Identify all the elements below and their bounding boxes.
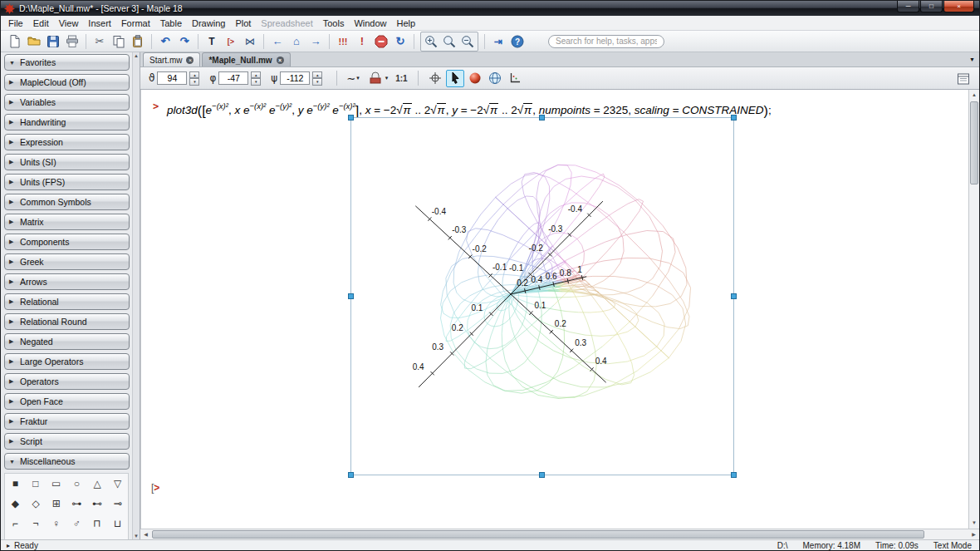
misc-symbol[interactable]: ⊶ [66, 494, 87, 514]
scroll-down-icon[interactable]: ▼ [134, 534, 139, 539]
selection-handle[interactable] [539, 115, 545, 121]
open-file-icon[interactable] [25, 32, 43, 51]
menu-format[interactable]: Format [116, 17, 155, 30]
menu-edit[interactable]: Edit [28, 17, 54, 30]
worksheet[interactable]: > plot3d([e−(x)², x e−(x)² e−(y)², y e−(… [140, 90, 968, 529]
new-document-icon[interactable] [6, 32, 24, 51]
plot-selection[interactable]: -0.4-0.3-0.2-0.10.10.20.30.4-0.4-0.3-0.2… [350, 117, 734, 475]
misc-symbol[interactable]: ⊓ [87, 514, 108, 534]
back-icon[interactable]: ← [268, 32, 287, 51]
tab-key-icon[interactable]: ⇥ [489, 32, 507, 51]
menu-tools[interactable]: Tools [318, 17, 350, 30]
palette-negated[interactable]: ▶Negated [4, 333, 130, 350]
math-expression[interactable]: plot3d([e−(x)², x e−(x)² e−(y)², y e−(y)… [167, 98, 772, 119]
shaded-sphere-icon[interactable] [466, 70, 484, 87]
tab-close-icon[interactable]: × [277, 57, 284, 64]
cut-icon[interactable]: ✂ [91, 32, 109, 51]
menu-file[interactable]: File [3, 17, 28, 30]
scrollbar-thumb[interactable] [970, 101, 978, 184]
palette-handwriting[interactable]: ▶Handwriting [4, 114, 130, 130]
theta-up-button[interactable]: ▴ [189, 71, 199, 79]
menu-table[interactable]: Table [155, 17, 187, 30]
menu-plot[interactable]: Plot [230, 17, 256, 30]
misc-symbol[interactable]: ⌐ [5, 514, 26, 534]
misc-symbol[interactable]: § [87, 534, 108, 539]
palette-common-symbols[interactable]: ▶Common Symbols [4, 194, 130, 210]
palette-expression[interactable]: ▶Expression [4, 134, 130, 150]
selection-handle[interactable] [731, 115, 737, 121]
misc-symbol[interactable]: ◇ [26, 494, 47, 514]
palette-relational[interactable]: ▶Relational [4, 293, 130, 310]
misc-symbol[interactable]: ■ [5, 474, 26, 494]
palette-variables[interactable]: ▶Variables [4, 94, 130, 111]
sidebar-scrollbar[interactable]: ▲ ▼ [132, 52, 140, 539]
palette-components[interactable]: ▶Components [4, 234, 130, 250]
execute-all-icon[interactable]: !!! [334, 32, 352, 51]
misc-symbol[interactable]: ⌋ [66, 534, 87, 539]
scroll-left-icon[interactable]: ◀ [140, 529, 151, 539]
misc-symbol[interactable]: ◆ [5, 494, 26, 514]
palette-matrix[interactable]: ▶Matrix [4, 214, 130, 230]
stop-icon[interactable] [372, 32, 390, 51]
selection-handle[interactable] [731, 472, 737, 478]
search-input[interactable] [548, 35, 664, 48]
misc-symbol[interactable]: ♀ [46, 514, 66, 534]
misc-symbol[interactable]: ♂ [66, 514, 87, 534]
horizontal-scrollbar[interactable]: ◀ ▶ [140, 529, 979, 539]
home-icon[interactable]: ⌂ [287, 32, 306, 51]
menu-help[interactable]: Help [392, 17, 421, 30]
scroll-up-icon[interactable]: ▲ [969, 90, 979, 101]
selection-handle[interactable] [539, 472, 545, 478]
probe-icon[interactable] [426, 70, 444, 87]
insert-text-icon[interactable]: T [203, 32, 221, 51]
execute-statement-icon[interactable]: ! [353, 32, 371, 51]
scrollbar-thumb[interactable] [152, 530, 924, 539]
menu-drawing[interactable]: Drawing [187, 17, 230, 30]
forward-icon[interactable]: → [306, 32, 325, 51]
misc-symbol[interactable]: ▽ [107, 474, 128, 494]
palette-operators[interactable]: ▶Operators [4, 373, 130, 390]
undo-icon[interactable]: ↶ [156, 32, 174, 51]
close-button[interactable]: × [943, 1, 974, 12]
theta-down-button[interactable]: ▾ [189, 78, 199, 86]
paste-icon[interactable] [129, 32, 147, 51]
phi-down-button[interactable]: ▾ [251, 78, 261, 86]
misc-symbol[interactable]: ⊷ [87, 494, 108, 514]
status-mode[interactable]: Text Mode [933, 541, 972, 550]
selection-handle[interactable] [348, 293, 354, 299]
zoom-out-icon[interactable] [458, 32, 477, 51]
misc-symbol[interactable]: ⊸ [107, 494, 128, 514]
misc-symbol[interactable]: ⌊ [46, 534, 66, 539]
tab-close-icon[interactable]: × [186, 57, 194, 64]
selection-handle[interactable] [731, 293, 737, 299]
insert-section-icon[interactable]: ⋈ [241, 32, 259, 51]
misc-symbol[interactable]: ⌈ [5, 534, 26, 539]
misc-symbol[interactable]: ¬ [26, 514, 47, 534]
palette-favorites[interactable]: ▼Favorites [4, 54, 130, 71]
tab-start-mw[interactable]: Start.mw× [143, 52, 200, 66]
palette-open-face[interactable]: ▶Open Face [4, 393, 130, 410]
phi-input[interactable] [218, 71, 248, 85]
misc-symbol[interactable]: ⌉ [26, 534, 47, 539]
palette-units-fps-[interactable]: ▶Units (FPS) [4, 174, 130, 190]
insert-math-icon[interactable]: [> [222, 32, 240, 51]
panel-toggle-button[interactable] [954, 70, 973, 87]
scroll-right-icon[interactable]: ▶ [968, 529, 979, 539]
restart-icon[interactable]: ↻ [391, 32, 409, 51]
redo-icon[interactable]: ↷ [175, 32, 194, 51]
tab-overflow-icon[interactable]: ▼ [969, 57, 975, 62]
misc-symbol[interactable]: □ [26, 474, 47, 494]
menu-insert[interactable]: Insert [83, 17, 116, 30]
pan-icon[interactable] [486, 70, 504, 87]
line-style-dropdown[interactable]: ∼ ▾ [345, 72, 360, 85]
misc-symbol[interactable]: ⊞ [46, 494, 66, 514]
scale-1-1-button[interactable]: 1:1 [393, 72, 409, 85]
scroll-up-icon[interactable]: ▲ [134, 53, 139, 58]
plot-3d[interactable]: -0.4-0.3-0.2-0.10.10.20.30.4-0.4-0.3-0.2… [351, 118, 735, 476]
misc-symbol[interactable]: △ [87, 474, 108, 494]
palette-large-operators[interactable]: ▶Large Operators [4, 353, 130, 370]
help-contents-icon[interactable]: ? [508, 32, 527, 51]
color-style-dropdown[interactable]: ▾ [365, 70, 390, 87]
palette-units-si-[interactable]: ▶Units (SI) [4, 154, 130, 170]
palette-miscellaneous[interactable]: ▼Miscellaneous [4, 453, 130, 470]
